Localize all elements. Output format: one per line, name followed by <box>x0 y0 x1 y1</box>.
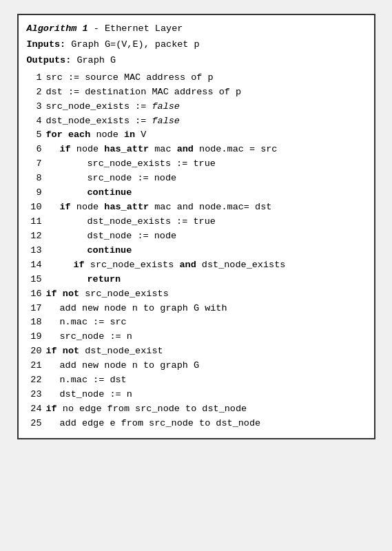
code-row: 23 dst_node := n <box>27 388 366 402</box>
line-number: 1 <box>27 71 46 85</box>
line-number: 16 <box>27 287 46 302</box>
code-row: 7 src_node_exists := true <box>27 157 366 171</box>
line-number: 19 <box>27 330 46 344</box>
line-number: 10 <box>27 200 46 215</box>
line-content: for each node in V <box>46 128 366 143</box>
inputs-value: Graph G=(V,E), packet p <box>71 39 199 50</box>
line-content: src_node := n <box>46 330 366 344</box>
line-content: src_node_exists := false <box>46 100 366 114</box>
line-content: if not dst_node_exist <box>46 344 366 359</box>
line-number: 25 <box>27 417 46 431</box>
line-number: 21 <box>27 359 46 373</box>
line-content: n.mac := src <box>46 315 366 330</box>
code-row: 6 if node has_attr mac and node.mac = sr… <box>27 143 366 157</box>
algorithm-separator: - <box>94 23 105 34</box>
line-number: 24 <box>27 402 46 417</box>
line-content: add new node n to graph G with <box>46 302 366 316</box>
outputs-line: Outputs: Graph G <box>27 54 366 68</box>
line-content: dst_node_exists := false <box>46 114 366 129</box>
line-content: return <box>46 273 366 287</box>
code-row: 9 continue <box>27 186 366 200</box>
code-row: 10 if node has_attr mac and node.mac= ds… <box>27 200 366 215</box>
line-content: dst_node := n <box>46 388 366 402</box>
line-number: 22 <box>27 373 46 388</box>
line-number: 9 <box>27 186 46 200</box>
line-number: 11 <box>27 215 46 229</box>
code-row: 20 if not dst_node_exist <box>27 344 366 359</box>
code-row: 3 src_node_exists := false <box>27 100 366 114</box>
code-row: 13 continue <box>27 244 366 258</box>
code-row: 24 if no edge from src_node to dst_node <box>27 402 366 417</box>
code-row: 22 n.mac := dst <box>27 373 366 388</box>
line-number: 2 <box>27 85 46 100</box>
line-content: if node has_attr mac and node.mac= dst <box>46 200 366 215</box>
line-number: 3 <box>27 100 46 114</box>
line-number: 13 <box>27 244 46 258</box>
algorithm-container: Algorithm 1 - Ethernet Layer Inputs: Gra… <box>17 14 375 439</box>
code-row: 8 src_node := node <box>27 171 366 186</box>
line-content: src_node_exists := true <box>46 157 366 171</box>
line-content: continue <box>46 244 366 258</box>
line-content: n.mac := dst <box>46 373 366 388</box>
line-content: if no edge from src_node to dst_node <box>46 402 366 417</box>
line-number: 15 <box>27 273 46 287</box>
line-number: 18 <box>27 315 46 330</box>
code-row: 2 dst := destination MAC address of p <box>27 85 366 100</box>
algorithm-title: Algorithm 1 <box>27 23 88 34</box>
line-number: 14 <box>27 258 46 273</box>
inputs-line: Inputs: Graph G=(V,E), packet p <box>27 38 366 52</box>
code-table: 1 src := source MAC address of p 2 dst :… <box>27 71 366 431</box>
code-row: 18 n.mac := src <box>27 315 366 330</box>
line-content: src := source MAC address of p <box>46 71 366 85</box>
code-row: 16 if not src_node_exists <box>27 287 366 302</box>
line-number: 20 <box>27 344 46 359</box>
code-row: 17 add new node n to graph G with <box>27 302 366 316</box>
line-number: 12 <box>27 229 46 244</box>
line-content: dst := destination MAC address of p <box>46 85 366 100</box>
code-row: 14 if src_node_exists and dst_node_exist… <box>27 258 366 273</box>
code-row: 15 return <box>27 273 366 287</box>
code-row: 21 add new node n to graph G <box>27 359 366 373</box>
code-row: 1 src := source MAC address of p <box>27 71 366 85</box>
line-number: 8 <box>27 171 46 186</box>
line-content: add edge e from src_node to dst_node <box>46 417 366 431</box>
outputs-label: Outputs: <box>27 55 72 65</box>
line-number: 6 <box>27 143 46 157</box>
code-row: 5 for each node in V <box>27 128 366 143</box>
outputs-value: Graph G <box>76 55 116 65</box>
line-number: 4 <box>27 114 46 129</box>
code-row: 12 dst_node := node <box>27 229 366 244</box>
line-number: 23 <box>27 388 46 402</box>
inputs-label: Inputs: <box>27 39 66 50</box>
code-row: 19 src_node := n <box>27 330 366 344</box>
line-number: 7 <box>27 157 46 171</box>
line-content: add new node n to graph G <box>46 359 366 373</box>
line-content: continue <box>46 186 366 200</box>
algorithm-subtitle: Ethernet Layer <box>105 23 183 34</box>
line-content: dst_node_exists := true <box>46 215 366 229</box>
line-content: if src_node_exists and dst_node_exists <box>46 258 366 273</box>
code-row: 25 add edge e from src_node to dst_node <box>27 417 366 431</box>
line-number: 17 <box>27 302 46 316</box>
code-row: 11 dst_node_exists := true <box>27 215 366 229</box>
line-content: if not src_node_exists <box>46 287 366 302</box>
line-content: src_node := node <box>46 171 366 186</box>
algorithm-header: Algorithm 1 - Ethernet Layer <box>27 22 366 37</box>
line-content: dst_node := node <box>46 229 366 244</box>
code-row: 4 dst_node_exists := false <box>27 114 366 129</box>
line-content: if node has_attr mac and node.mac = src <box>46 143 366 157</box>
line-number: 5 <box>27 128 46 143</box>
